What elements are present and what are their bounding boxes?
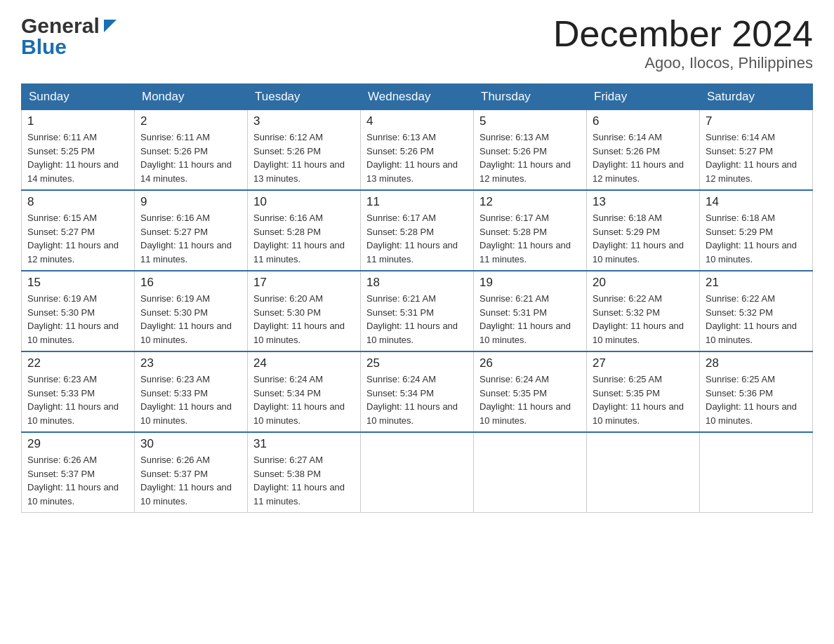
day-number: 7 [706, 114, 807, 128]
calendar-cell: 26 Sunrise: 6:24 AM Sunset: 5:35 PM Dayl… [474, 351, 587, 432]
day-number: 8 [27, 195, 128, 209]
calendar-cell: 9 Sunrise: 6:16 AM Sunset: 5:27 PM Dayli… [135, 190, 248, 271]
calendar-cell: 17 Sunrise: 6:20 AM Sunset: 5:30 PM Dayl… [248, 271, 361, 351]
day-info: Sunrise: 6:23 AM Sunset: 5:33 PM Dayligh… [140, 373, 241, 427]
day-info: Sunrise: 6:14 AM Sunset: 5:26 PM Dayligh… [593, 130, 694, 185]
day-info: Sunrise: 6:26 AM Sunset: 5:37 PM Dayligh… [27, 453, 128, 508]
day-info: Sunrise: 6:19 AM Sunset: 5:30 PM Dayligh… [27, 292, 128, 347]
calendar-week-row: 1 Sunrise: 6:11 AM Sunset: 5:25 PM Dayli… [22, 110, 813, 191]
calendar-cell: 15 Sunrise: 6:19 AM Sunset: 5:30 PM Dayl… [22, 271, 135, 351]
calendar-cell: 11 Sunrise: 6:17 AM Sunset: 5:28 PM Dayl… [361, 190, 474, 271]
calendar-cell: 20 Sunrise: 6:22 AM Sunset: 5:32 PM Dayl… [587, 271, 700, 351]
day-number: 22 [27, 356, 128, 370]
day-number: 24 [253, 356, 355, 370]
calendar-cell: 19 Sunrise: 6:21 AM Sunset: 5:31 PM Dayl… [474, 271, 587, 351]
day-number: 5 [479, 114, 581, 128]
day-info: Sunrise: 6:24 AM Sunset: 5:34 PM Dayligh… [253, 373, 355, 427]
day-number: 16 [140, 276, 241, 290]
day-info: Sunrise: 6:13 AM Sunset: 5:26 PM Dayligh… [366, 130, 468, 185]
calendar-cell: 13 Sunrise: 6:18 AM Sunset: 5:29 PM Dayl… [587, 190, 700, 271]
day-info: Sunrise: 6:16 AM Sunset: 5:28 PM Dayligh… [253, 211, 355, 266]
col-header-saturday: Saturday [700, 84, 813, 110]
day-info: Sunrise: 6:20 AM Sunset: 5:30 PM Dayligh… [253, 292, 355, 347]
day-number: 11 [366, 195, 468, 209]
day-info: Sunrise: 6:17 AM Sunset: 5:28 PM Dayligh… [479, 211, 581, 266]
day-number: 13 [593, 195, 694, 209]
calendar-cell: 7 Sunrise: 6:14 AM Sunset: 5:27 PM Dayli… [700, 110, 813, 191]
day-info: Sunrise: 6:27 AM Sunset: 5:38 PM Dayligh… [253, 453, 355, 508]
calendar-cell [361, 432, 474, 513]
calendar-cell: 3 Sunrise: 6:12 AM Sunset: 5:26 PM Dayli… [248, 110, 361, 191]
calendar-cell: 18 Sunrise: 6:21 AM Sunset: 5:31 PM Dayl… [361, 271, 474, 351]
day-info: Sunrise: 6:12 AM Sunset: 5:26 PM Dayligh… [253, 130, 355, 185]
day-number: 4 [366, 114, 468, 128]
day-number: 30 [140, 437, 241, 451]
day-info: Sunrise: 6:22 AM Sunset: 5:32 PM Dayligh… [593, 292, 694, 347]
day-info: Sunrise: 6:11 AM Sunset: 5:26 PM Dayligh… [140, 130, 241, 185]
location-title: Agoo, Ilocos, Philippines [553, 54, 813, 72]
calendar-cell: 27 Sunrise: 6:25 AM Sunset: 5:35 PM Dayl… [587, 351, 700, 432]
day-info: Sunrise: 6:19 AM Sunset: 5:30 PM Dayligh… [140, 292, 241, 347]
calendar-cell [700, 432, 813, 513]
day-info: Sunrise: 6:18 AM Sunset: 5:29 PM Dayligh… [706, 211, 807, 266]
calendar-cell: 29 Sunrise: 6:26 AM Sunset: 5:37 PM Dayl… [22, 432, 135, 513]
col-header-thursday: Thursday [474, 84, 587, 110]
logo: General Blue [21, 14, 118, 59]
calendar-table: SundayMondayTuesdayWednesdayThursdayFrid… [21, 83, 813, 513]
day-number: 23 [140, 356, 241, 370]
day-number: 10 [253, 195, 355, 209]
day-info: Sunrise: 6:17 AM Sunset: 5:28 PM Dayligh… [366, 211, 468, 266]
day-info: Sunrise: 6:23 AM Sunset: 5:33 PM Dayligh… [27, 373, 128, 427]
calendar-cell: 12 Sunrise: 6:17 AM Sunset: 5:28 PM Dayl… [474, 190, 587, 271]
day-info: Sunrise: 6:22 AM Sunset: 5:32 PM Dayligh… [706, 292, 807, 347]
calendar-cell: 4 Sunrise: 6:13 AM Sunset: 5:26 PM Dayli… [361, 110, 474, 191]
day-number: 15 [27, 276, 128, 290]
calendar-cell: 5 Sunrise: 6:13 AM Sunset: 5:26 PM Dayli… [474, 110, 587, 191]
day-info: Sunrise: 6:26 AM Sunset: 5:37 PM Dayligh… [140, 453, 241, 508]
day-number: 12 [479, 195, 581, 209]
day-number: 29 [27, 437, 128, 451]
day-info: Sunrise: 6:15 AM Sunset: 5:27 PM Dayligh… [27, 211, 128, 266]
page-header: General Blue December 2024 Agoo, Ilocos,… [21, 14, 813, 72]
day-info: Sunrise: 6:21 AM Sunset: 5:31 PM Dayligh… [479, 292, 581, 347]
day-number: 9 [140, 195, 241, 209]
day-number: 14 [706, 195, 807, 209]
day-number: 2 [140, 114, 241, 128]
day-info: Sunrise: 6:14 AM Sunset: 5:27 PM Dayligh… [706, 130, 807, 185]
day-number: 28 [706, 356, 807, 370]
title-section: December 2024 Agoo, Ilocos, Philippines [553, 14, 813, 72]
calendar-cell: 22 Sunrise: 6:23 AM Sunset: 5:33 PM Dayl… [22, 351, 135, 432]
calendar-header-row: SundayMondayTuesdayWednesdayThursdayFrid… [22, 84, 813, 110]
day-info: Sunrise: 6:24 AM Sunset: 5:35 PM Dayligh… [479, 373, 581, 427]
calendar-week-row: 15 Sunrise: 6:19 AM Sunset: 5:30 PM Dayl… [22, 271, 813, 351]
calendar-cell: 25 Sunrise: 6:24 AM Sunset: 5:34 PM Dayl… [361, 351, 474, 432]
day-number: 1 [27, 114, 128, 128]
calendar-cell: 14 Sunrise: 6:18 AM Sunset: 5:29 PM Dayl… [700, 190, 813, 271]
col-header-wednesday: Wednesday [361, 84, 474, 110]
day-number: 3 [253, 114, 355, 128]
day-info: Sunrise: 6:16 AM Sunset: 5:27 PM Dayligh… [140, 211, 241, 266]
calendar-cell: 6 Sunrise: 6:14 AM Sunset: 5:26 PM Dayli… [587, 110, 700, 191]
calendar-cell: 21 Sunrise: 6:22 AM Sunset: 5:32 PM Dayl… [700, 271, 813, 351]
svg-marker-0 [104, 20, 117, 32]
calendar-cell: 23 Sunrise: 6:23 AM Sunset: 5:33 PM Dayl… [135, 351, 248, 432]
day-info: Sunrise: 6:21 AM Sunset: 5:31 PM Dayligh… [366, 292, 468, 347]
day-info: Sunrise: 6:25 AM Sunset: 5:36 PM Dayligh… [706, 373, 807, 427]
calendar-week-row: 22 Sunrise: 6:23 AM Sunset: 5:33 PM Dayl… [22, 351, 813, 432]
calendar-cell [587, 432, 700, 513]
day-number: 21 [706, 276, 807, 290]
calendar-week-row: 8 Sunrise: 6:15 AM Sunset: 5:27 PM Dayli… [22, 190, 813, 271]
day-info: Sunrise: 6:13 AM Sunset: 5:26 PM Dayligh… [479, 130, 581, 185]
calendar-cell: 30 Sunrise: 6:26 AM Sunset: 5:37 PM Dayl… [135, 432, 248, 513]
calendar-cell [474, 432, 587, 513]
day-number: 19 [479, 276, 581, 290]
day-info: Sunrise: 6:25 AM Sunset: 5:35 PM Dayligh… [593, 373, 694, 427]
calendar-cell: 8 Sunrise: 6:15 AM Sunset: 5:27 PM Dayli… [22, 190, 135, 271]
day-number: 20 [593, 276, 694, 290]
logo-general-text: General [21, 14, 100, 38]
day-number: 27 [593, 356, 694, 370]
calendar-cell: 10 Sunrise: 6:16 AM Sunset: 5:28 PM Dayl… [248, 190, 361, 271]
logo-blue-text: Blue [21, 35, 67, 59]
logo-arrow-icon [102, 18, 118, 36]
day-number: 25 [366, 356, 468, 370]
